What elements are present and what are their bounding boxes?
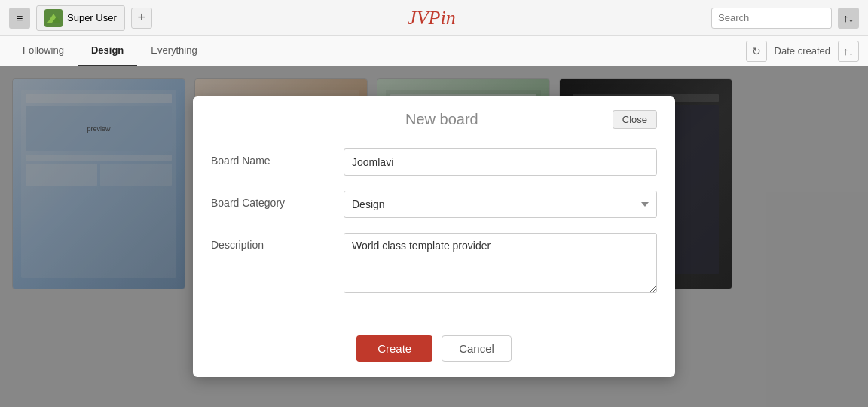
modal-overlay[interactable]: New board Close Board Name Board Categor… [0, 66, 868, 407]
search-input[interactable] [711, 8, 832, 29]
refresh-button[interactable]: ↻ [746, 41, 767, 62]
description-textarea[interactable]: World class template provider [344, 233, 657, 293]
board-name-label: Board Name [211, 148, 332, 167]
content-area: preview framework ↑0 ♥1 ✉0 [0, 66, 868, 407]
sort-icon: ↑↓ [843, 12, 854, 24]
modal-header: New board Close [193, 96, 675, 136]
modal-title: New board [271, 111, 613, 128]
tab-everything[interactable]: Everything [137, 36, 210, 66]
create-button[interactable]: Create [356, 335, 432, 362]
cancel-button[interactable]: Cancel [442, 335, 512, 362]
tab-following[interactable]: Following [9, 36, 78, 66]
navbar: Following Design Everything ↻ Date creat… [0, 36, 868, 66]
description-row: Description World class template provide… [211, 233, 657, 293]
filter-button[interactable]: ↑↓ [838, 41, 859, 62]
plus-icon: + [137, 10, 145, 26]
header: ≡ Super User + JVPin ↑↓ [0, 0, 868, 36]
sort-icon-button[interactable]: ↑↓ [838, 8, 859, 29]
board-category-select[interactable]: Design Technology Art Photography Food [344, 191, 657, 218]
board-category-label: Board Category [211, 191, 332, 209]
filter-icon: ↑↓ [843, 45, 854, 57]
nav-right: ↻ Date created ↑↓ [746, 41, 859, 62]
logo: JVPin [158, 7, 705, 29]
tab-design[interactable]: Design [78, 36, 137, 66]
new-board-modal: New board Close Board Name Board Categor… [193, 96, 675, 377]
board-name-row: Board Name [211, 148, 657, 176]
sort-button[interactable]: Date created [775, 45, 830, 57]
mountain-icon [47, 11, 60, 25]
user-button[interactable]: Super User [36, 5, 125, 31]
tab-following-label: Following [23, 44, 64, 56]
add-board-button[interactable]: + [131, 8, 152, 29]
board-name-input[interactable] [344, 148, 657, 176]
user-name: Super User [67, 12, 117, 23]
modal-footer: Create Cancel [193, 326, 675, 377]
header-left: ≡ Super User + [9, 5, 152, 31]
tab-everything-label: Everything [151, 44, 197, 56]
description-label: Description [211, 233, 332, 251]
menu-icon: ≡ [17, 12, 23, 24]
menu-button[interactable]: ≡ [9, 8, 30, 29]
refresh-icon: ↻ [752, 45, 761, 57]
tab-design-label: Design [91, 44, 124, 56]
board-category-row: Board Category Design Technology Art Pho… [211, 191, 657, 218]
close-button[interactable]: Close [613, 110, 657, 129]
modal-body: Board Name Board Category Design Technol… [193, 136, 675, 326]
avatar [44, 9, 63, 27]
